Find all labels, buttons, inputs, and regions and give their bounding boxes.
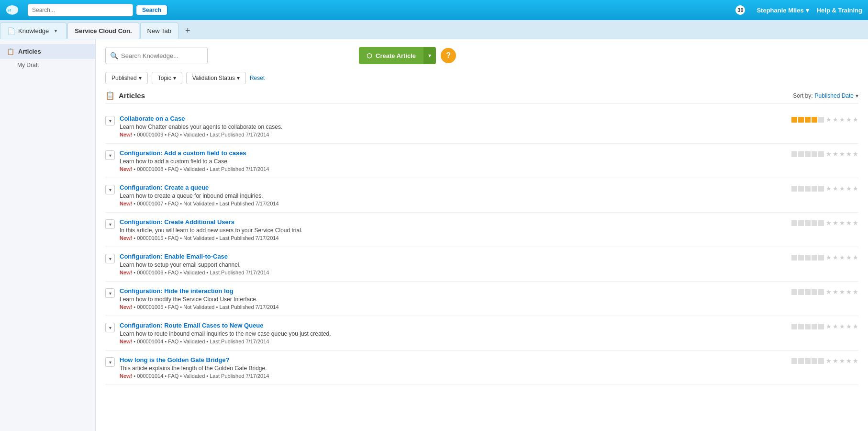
filter-topic-button[interactable]: Topic ▾ bbox=[152, 72, 182, 84]
rating-star-4-0: ★ bbox=[826, 254, 832, 261]
article-item: ▾ Configuration: Create Additional Users… bbox=[105, 213, 858, 247]
sort-by-link[interactable]: Published Date bbox=[815, 92, 854, 99]
article-chevron-7[interactable]: ▾ bbox=[105, 357, 115, 367]
article-desc-5: Learn how to modify the Service Cloud Us… bbox=[120, 296, 787, 303]
filter-published-button[interactable]: Published ▾ bbox=[105, 72, 148, 84]
tab-new-tab[interactable]: New Tab bbox=[140, 23, 178, 39]
articles-sidebar-label: Articles bbox=[18, 48, 41, 55]
rating-star-0-4: ★ bbox=[853, 116, 858, 123]
article-title-1[interactable]: Configuration: Add a custom field to cas… bbox=[120, 149, 787, 157]
article-title-0[interactable]: Collaborate on a Case bbox=[120, 115, 787, 122]
article-rating-2: ★★★★★ bbox=[791, 185, 858, 192]
article-title-2[interactable]: Configuration: Create a queue bbox=[120, 184, 787, 191]
tab-service-cloud[interactable]: Service Cloud Con. bbox=[67, 23, 139, 39]
tab-knowledge[interactable]: 📄 Knowledge ▾ bbox=[0, 23, 67, 39]
rating-star-7-4: ★ bbox=[853, 357, 858, 364]
help-training-link[interactable]: Help & Training bbox=[817, 7, 862, 14]
article-chevron-3[interactable]: ▾ bbox=[105, 219, 115, 229]
filter-validation-chevron: ▾ bbox=[237, 75, 240, 81]
reset-link[interactable]: Reset bbox=[250, 75, 265, 81]
article-chevron-6[interactable]: ▾ bbox=[105, 323, 115, 332]
article-meta-7: New! • 000001014 • FAQ • Validated • Las… bbox=[120, 373, 787, 379]
article-chevron-4[interactable]: ▾ bbox=[105, 254, 115, 263]
article-rating-6: ★★★★★ bbox=[791, 323, 858, 330]
articles-title: 📋 Articles bbox=[105, 91, 145, 100]
rating-boxes-4 bbox=[791, 255, 824, 261]
help-button[interactable]: ? bbox=[441, 48, 456, 63]
rating-star-3-0: ★ bbox=[826, 219, 832, 227]
filter-topic-label: Topic bbox=[158, 75, 171, 81]
rating-box-0-2 bbox=[805, 117, 811, 123]
article-rating-7: ★★★★★ bbox=[791, 357, 858, 364]
rating-star-0-0: ★ bbox=[826, 116, 832, 123]
rating-box-0-3 bbox=[812, 117, 817, 123]
article-title-4[interactable]: Configuration: Enable Email-to-Case bbox=[120, 253, 787, 260]
article-title-5[interactable]: Configuration: Hide the interaction log bbox=[120, 287, 787, 295]
rating-star-2-3: ★ bbox=[846, 185, 852, 192]
rating-star-2-2: ★ bbox=[839, 185, 845, 192]
article-title-3[interactable]: Configuration: Create Additional Users bbox=[120, 218, 787, 226]
rating-box-5-4 bbox=[818, 289, 824, 295]
article-title-6[interactable]: Configuration: Route Email Cases to New … bbox=[120, 322, 787, 329]
article-meta-0: New! • 000001009 • FAQ • Validated • Las… bbox=[120, 132, 787, 137]
sidebar-item-my-draft[interactable]: My Draft bbox=[0, 59, 95, 71]
rating-stars-4: ★★★★★ bbox=[826, 254, 858, 261]
rating-star-1-0: ★ bbox=[826, 150, 832, 158]
svg-text:sf: sf bbox=[8, 8, 11, 12]
main-layout: 📋 Articles My Draft 🔍 ⬡ Create Article ▾… bbox=[0, 39, 868, 431]
tab-bar: 📄 Knowledge ▾ Service Cloud Con. New Tab… bbox=[0, 20, 868, 39]
rating-star-6-4: ★ bbox=[853, 323, 858, 330]
articles-title-icon: 📋 bbox=[105, 91, 115, 100]
article-chevron-2[interactable]: ▾ bbox=[105, 185, 115, 194]
rating-box-1-1 bbox=[798, 151, 804, 157]
rating-box-5-3 bbox=[812, 289, 817, 295]
article-rating-1: ★★★★★ bbox=[791, 150, 858, 158]
rating-box-1-3 bbox=[812, 151, 817, 157]
rating-star-3-1: ★ bbox=[833, 219, 838, 227]
rating-boxes-2 bbox=[791, 186, 824, 192]
rating-star-1-4: ★ bbox=[853, 150, 858, 158]
rating-box-7-4 bbox=[818, 358, 824, 364]
article-item: ▾ Configuration: Route Email Cases to Ne… bbox=[105, 316, 858, 351]
article-content-4: Configuration: Enable Email-to-Case Lear… bbox=[120, 253, 787, 275]
filter-validation-button[interactable]: Validation Status ▾ bbox=[186, 72, 246, 84]
rating-box-7-0 bbox=[791, 358, 797, 364]
article-meta-1: New! • 000001008 • FAQ • Validated • Las… bbox=[120, 166, 787, 172]
user-name-dropdown[interactable]: Stephanie Miles ▾ bbox=[757, 7, 809, 14]
article-chevron-5[interactable]: ▾ bbox=[105, 288, 115, 298]
article-item: ▾ Configuration: Hide the interaction lo… bbox=[105, 282, 858, 316]
rating-star-2-1: ★ bbox=[833, 185, 838, 192]
knowledge-tab-dropdown[interactable]: ▾ bbox=[52, 27, 59, 35]
rating-star-0-1: ★ bbox=[833, 116, 838, 123]
tab-add-button[interactable]: + bbox=[179, 23, 196, 39]
articles-header: 📋 Articles Sort by: Published Date ▾ bbox=[105, 91, 858, 103]
search-knowledge-wrap: 🔍 bbox=[105, 47, 354, 64]
article-meta-3: New! • 000001015 • FAQ • Not Validated •… bbox=[120, 235, 787, 241]
sidebar-item-articles[interactable]: 📋 Articles bbox=[0, 44, 95, 59]
knowledge-tab-label: Knowledge bbox=[18, 27, 49, 34]
article-list: ▾ Collaborate on a Case Learn how Chatte… bbox=[105, 109, 858, 385]
rating-star-5-2: ★ bbox=[839, 288, 845, 295]
article-chevron-0[interactable]: ▾ bbox=[105, 116, 115, 125]
rating-star-0-3: ★ bbox=[846, 116, 852, 123]
article-meta-6: New! • 000001004 • FAQ • Validated • Las… bbox=[120, 339, 787, 344]
rating-box-2-0 bbox=[791, 186, 797, 192]
top-search-input[interactable] bbox=[28, 4, 133, 16]
article-title-7[interactable]: How long is the Golden Gate Bridge? bbox=[120, 356, 787, 363]
rating-boxes-6 bbox=[791, 324, 824, 329]
search-knowledge-input[interactable] bbox=[105, 47, 208, 64]
top-search-bar: Search bbox=[28, 4, 167, 16]
top-search-button[interactable]: Search bbox=[136, 5, 167, 15]
article-desc-1: Learn how to add a custom field to a Cas… bbox=[120, 158, 787, 165]
article-chevron-1[interactable]: ▾ bbox=[105, 150, 115, 160]
rating-box-3-3 bbox=[812, 220, 817, 226]
rating-box-0-0 bbox=[791, 117, 797, 123]
rating-box-3-0 bbox=[791, 220, 797, 226]
create-article-dropdown-button[interactable]: ▾ bbox=[423, 47, 436, 64]
article-content-0: Collaborate on a Case Learn how Chatter … bbox=[120, 115, 787, 137]
filter-published-label: Published bbox=[111, 75, 137, 81]
rating-stars-3: ★★★★★ bbox=[826, 219, 858, 227]
articles-sidebar-icon: 📋 bbox=[7, 48, 14, 55]
sort-by-chevron[interactable]: ▾ bbox=[856, 92, 858, 99]
create-article-button[interactable]: ⬡ Create Article bbox=[359, 47, 423, 64]
